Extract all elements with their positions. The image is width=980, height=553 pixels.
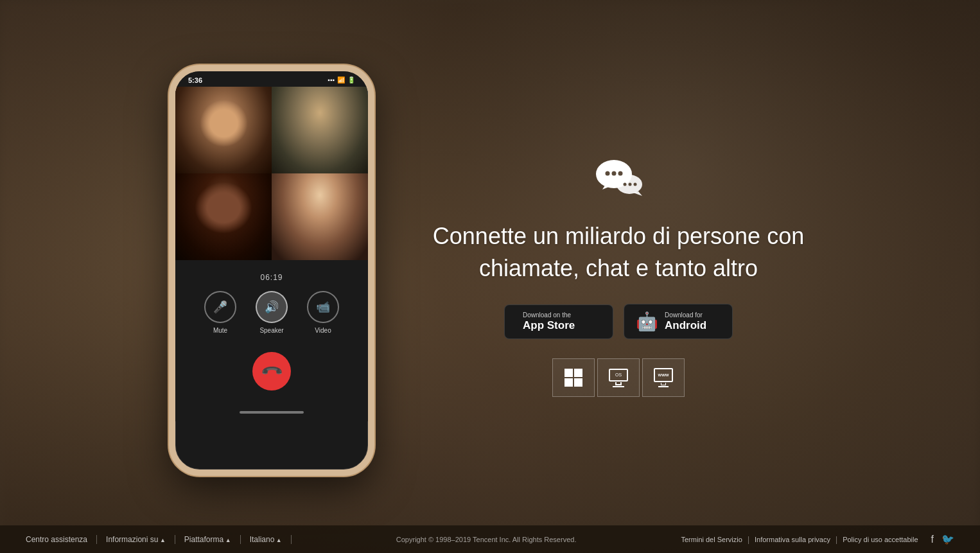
mac-download-button[interactable]: OS — [597, 358, 640, 397]
svg-point-1 — [606, 171, 610, 175]
android-title: Android — [665, 319, 706, 332]
control-buttons: 🎤 Mute 🔊 Speaker 📹 Video — [204, 291, 339, 334]
video-button[interactable]: 📹 Video — [307, 291, 339, 334]
video-cell-2 — [272, 87, 368, 173]
svg-point-2 — [612, 171, 617, 175]
wifi-icon: 📶 — [337, 76, 345, 83]
appstore-button[interactable]: Download on the App Store — [504, 304, 613, 339]
end-call-button[interactable]: 📞 — [245, 344, 299, 398]
video-cell-4 — [272, 173, 368, 260]
main-content: 5:36 ▪▪▪ 📶 🔋 06:19 — [0, 0, 980, 553]
android-button[interactable]: 🤖 Download for Android — [624, 304, 733, 339]
status-icons: ▪▪▪ 📶 🔋 — [328, 76, 355, 83]
windows-icon — [564, 369, 582, 387]
appstore-text: Download on the App Store — [523, 312, 575, 332]
home-indicator — [175, 407, 368, 421]
wechat-logo-svg — [590, 156, 647, 201]
phone-status-bar: 5:36 ▪▪▪ 📶 🔋 — [175, 71, 368, 87]
svg-point-3 — [618, 171, 623, 175]
desktop-download-icons: OS WWW — [552, 358, 685, 397]
mute-button[interactable]: 🎤 Mute — [204, 291, 236, 334]
download-buttons: Download on the App Store 🤖 Download for… — [504, 304, 733, 339]
speaker-icon: 🔊 — [256, 291, 288, 323]
battery-icon: 🔋 — [347, 76, 355, 83]
appstore-title: App Store — [523, 319, 575, 332]
mac-icon: OS — [609, 369, 628, 387]
speaker-label: Speaker — [259, 327, 283, 334]
twitter-icon[interactable]: 🐦 — [941, 533, 954, 545]
footer-right: Termini del Servizio | Informativa sulla… — [681, 533, 954, 545]
footer-link-assistenza[interactable]: Centro assistenza — [26, 535, 97, 544]
phone-icon: 📞 — [259, 359, 283, 383]
phone-time: 5:36 — [188, 76, 202, 84]
footer-link-policy[interactable]: Policy di uso accettabile — [843, 536, 918, 543]
svg-point-5 — [624, 182, 627, 186]
android-icon: 🤖 — [636, 311, 658, 332]
footer-link-language[interactable]: Italiano — [241, 535, 292, 544]
footer-copyright: Copyright © 1998–2019 Tencent Inc. All R… — [396, 536, 577, 543]
footer: Centro assistenza Informazioni su Piatta… — [0, 525, 980, 553]
facebook-icon[interactable]: f — [931, 534, 934, 545]
wechat-logo — [590, 156, 647, 201]
footer-legal-links: Termini del Servizio | Informativa sulla… — [681, 535, 918, 544]
tagline: Connette un miliardo di persone con chia… — [426, 220, 811, 285]
web-icon: WWW — [654, 368, 673, 387]
web-download-button[interactable]: WWW — [642, 358, 685, 397]
appstore-subtitle: Download on the — [523, 312, 575, 319]
footer-link-piattaforma[interactable]: Piattaforma — [175, 535, 241, 544]
speaker-button[interactable]: 🔊 Speaker — [256, 291, 288, 334]
right-content: Connette un miliardo di persone con chia… — [426, 156, 811, 398]
signal-icon: ▪▪▪ — [328, 76, 335, 83]
home-bar — [240, 411, 304, 414]
mute-icon: 🎤 — [204, 291, 236, 323]
phone-mockup: 5:36 ▪▪▪ 📶 🔋 06:19 — [169, 65, 374, 476]
call-timer: 06:19 — [260, 273, 283, 282]
windows-download-button[interactable] — [552, 358, 595, 397]
video-cell-3 — [175, 173, 272, 260]
footer-nav: Centro assistenza Informazioni su Piatta… — [26, 535, 292, 544]
phone-frame: 5:36 ▪▪▪ 📶 🔋 06:19 — [169, 65, 374, 476]
video-cell-1 — [175, 87, 272, 173]
footer-link-privacy[interactable]: Informativa sulla privacy — [755, 536, 830, 543]
svg-point-7 — [634, 182, 637, 186]
video-grid — [175, 87, 368, 260]
video-label: Video — [315, 327, 331, 334]
footer-link-termini[interactable]: Termini del Servizio — [681, 536, 742, 543]
mute-label: Mute — [213, 327, 227, 334]
android-text: Download for Android — [665, 312, 706, 332]
call-controls: 06:19 🎤 Mute 🔊 Speaker 📹 — [175, 260, 368, 407]
footer-link-informazioni[interactable]: Informazioni su — [97, 535, 175, 544]
android-subtitle: Download for — [665, 312, 706, 319]
video-icon: 📹 — [307, 291, 339, 323]
social-icons: f 🐦 — [931, 533, 954, 545]
footer-sep-1: | — [748, 535, 749, 544]
svg-point-6 — [629, 182, 632, 186]
footer-sep-2: | — [836, 535, 837, 544]
